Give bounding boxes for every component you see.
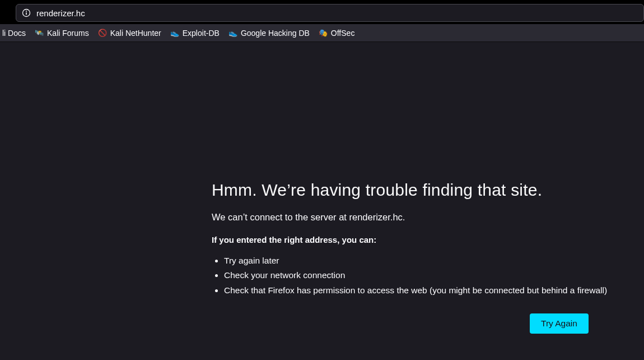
bookmark-icon: 🚫 (98, 29, 107, 38)
bookmark-icon: 🎭 (319, 29, 328, 38)
error-subtitle: We can’t connect to the server at render… (212, 212, 607, 223)
bookmark-exploit-db[interactable]: 👟 Exploit-DB (169, 26, 221, 40)
bookmarks-toolbar: li Docs 🛰️ Kali Forums 🚫 Kali NetHunter … (0, 24, 644, 42)
error-suggestion-item: Check your network connection (224, 268, 607, 283)
bookmark-icon: 👟 (170, 29, 179, 38)
bookmark-icon: 👟 (228, 29, 237, 38)
svg-rect-2 (26, 12, 27, 15)
error-suggestion-item: Try again later (224, 253, 607, 268)
error-suggestion-item: Check that Firefox has permission to acc… (224, 283, 607, 298)
bookmark-label: Kali Forums (47, 29, 89, 38)
urlbar[interactable]: renderizer.hc (16, 4, 644, 22)
info-icon (22, 8, 31, 17)
bookmark-label: Kali NetHunter (110, 29, 161, 38)
bookmark-google-hacking-db[interactable]: 👟 Google Hacking DB (227, 26, 311, 40)
bookmark-label: OffSec (331, 29, 355, 38)
try-again-button[interactable]: Try Again (530, 313, 589, 334)
error-page-content: Hmm. We’re having trouble finding that s… (212, 181, 607, 298)
urlbar-container: renderizer.hc (0, 2, 644, 24)
error-title: Hmm. We’re having trouble finding that s… (212, 181, 607, 200)
bookmark-icon: 🛰️ (35, 29, 44, 38)
bookmark-kali-forums[interactable]: 🛰️ Kali Forums (34, 26, 90, 40)
bookmark-kali-docs[interactable]: li Docs (1, 26, 27, 40)
svg-point-1 (26, 11, 27, 12)
urlbar-text: renderizer.hc (36, 9, 85, 17)
bookmark-kali-nethunter[interactable]: 🚫 Kali NetHunter (97, 26, 162, 40)
error-strong: If you entered the right address, you ca… (212, 235, 607, 244)
bookmark-label: li Docs (2, 29, 26, 38)
bookmark-label: Exploit-DB (183, 29, 220, 38)
bookmark-offsec[interactable]: 🎭 OffSec (318, 26, 356, 40)
error-suggestions: Try again later Check your network conne… (224, 253, 607, 298)
bookmark-label: Google Hacking DB (241, 29, 310, 38)
